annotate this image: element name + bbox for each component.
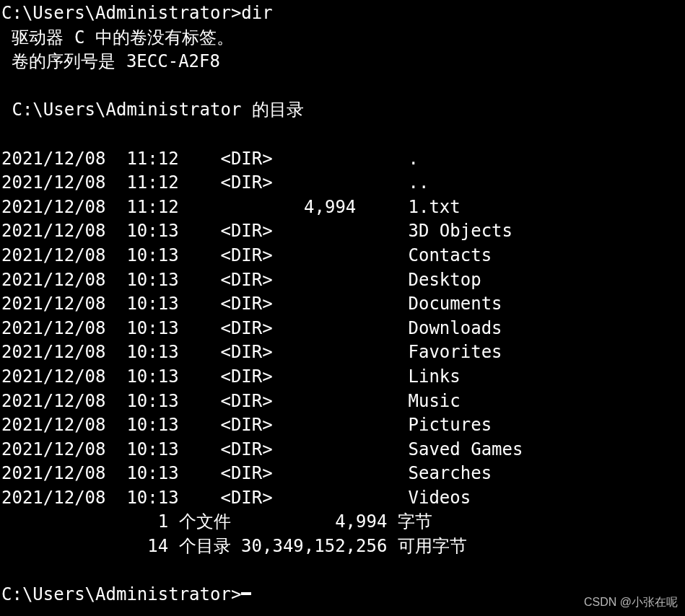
terminal-output[interactable]: C:\Users\Administrator>dir 驱动器 C 中的卷没有标签… (0, 0, 685, 607)
summary-files: 1 个文件 4,994 字节 (1, 510, 685, 534)
watermark: CSDN @小张在呢 (584, 594, 678, 610)
command-text: dir (241, 3, 272, 23)
directory-of-line: C:\Users\Administrator 的目录 (1, 100, 304, 120)
dir-listing: 2021/12/08 11:12 <DIR> . 2021/12/08 11:1… (1, 147, 685, 511)
prompt-path: C:\Users\Administrator> (1, 3, 241, 23)
cursor[interactable] (241, 592, 251, 595)
summary-dirs: 14 个目录 30,349,152,256 可用字节 (1, 534, 685, 559)
volume-label-line: 驱动器 C 中的卷没有标签。 (1, 27, 234, 48)
volume-serial-line: 卷的序列号是 3ECC-A2F8 (1, 51, 220, 71)
prompt-path[interactable]: C:\Users\Administrator> (1, 583, 241, 607)
